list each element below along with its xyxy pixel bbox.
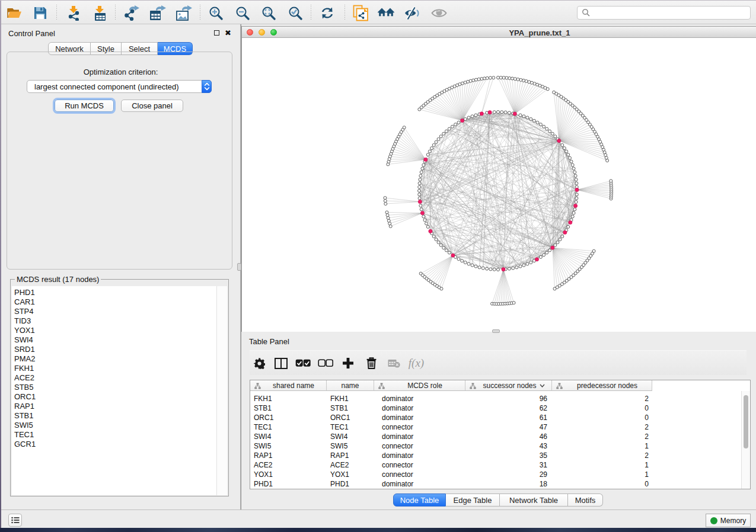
mcds-result-item[interactable]: PMA2 bbox=[12, 354, 218, 364]
table-cell: 0 bbox=[552, 404, 652, 412]
import-network-icon[interactable] bbox=[65, 5, 82, 21]
column-header-successor-nodes[interactable]: successor nodes bbox=[465, 380, 552, 391]
mcds-result-item[interactable]: ACE2 bbox=[12, 373, 218, 383]
column-header-MCDS-role[interactable]: MCDS role bbox=[374, 380, 465, 391]
table-cell: ORC1 bbox=[250, 414, 327, 422]
table-row[interactable]: STB1STB1dominator620 bbox=[250, 403, 746, 413]
search-field[interactable] bbox=[577, 6, 751, 20]
table-scrollbar[interactable] bbox=[741, 391, 750, 489]
table-row[interactable]: SWI4SWI4dominator462 bbox=[250, 432, 746, 441]
mcds-result-item[interactable]: ORC1 bbox=[12, 392, 218, 402]
table-cell: 47 bbox=[465, 423, 552, 431]
close-panel-icon[interactable]: ✖ bbox=[225, 30, 231, 36]
criterion-value: largest connected component (undirected) bbox=[27, 82, 202, 91]
table-cell: SWI5 bbox=[327, 442, 374, 450]
deselect-all-rows-icon[interactable] bbox=[318, 355, 333, 371]
open-session-icon[interactable] bbox=[6, 5, 23, 21]
table-settings-icon[interactable] bbox=[251, 355, 267, 371]
mcds-result-item[interactable]: CAR1 bbox=[12, 297, 218, 307]
table-cell: ORC1 bbox=[327, 414, 374, 422]
table-row[interactable]: YOX1YOX1connector291 bbox=[250, 470, 746, 479]
table-cell: dominator bbox=[374, 414, 465, 422]
table-row[interactable]: SWI5SWI5connector431 bbox=[250, 441, 746, 451]
control-panel-title: Control Panel bbox=[8, 29, 55, 38]
tab-network-table[interactable]: Network Table bbox=[500, 493, 568, 507]
table-cell: connector bbox=[374, 442, 465, 450]
close-window-icon[interactable] bbox=[247, 29, 253, 36]
table-row[interactable]: PHD1PHD1dominator180 bbox=[250, 479, 746, 489]
export-image-icon[interactable] bbox=[176, 5, 192, 21]
table-cell: dominator bbox=[374, 451, 465, 460]
close-panel-button[interactable]: Close panel bbox=[121, 100, 183, 112]
export-table-icon[interactable] bbox=[149, 5, 166, 21]
tab-motifs[interactable]: Motifs bbox=[568, 493, 603, 507]
table-cell: 2 bbox=[552, 395, 652, 403]
table-row[interactable]: ACE2ACE2connector311 bbox=[250, 460, 746, 470]
network-canvas[interactable] bbox=[242, 39, 756, 332]
toolbar-separator bbox=[344, 5, 345, 21]
table-row[interactable]: ORC1ORC1dominator610 bbox=[250, 413, 746, 422]
network-view-window: YPA_prune.txt_1 bbox=[241, 26, 756, 332]
table-scrollbar-thumb[interactable] bbox=[744, 395, 748, 448]
toolbar-separator bbox=[200, 5, 200, 21]
mcds-result-item[interactable]: RAP1 bbox=[12, 402, 218, 411]
column-header-shared-name[interactable]: shared name bbox=[250, 380, 327, 391]
show-panel-list-button[interactable] bbox=[8, 514, 22, 527]
zoom-out-icon[interactable] bbox=[234, 5, 251, 21]
table-cell: dominator bbox=[374, 395, 465, 403]
zoom-fit-icon[interactable] bbox=[260, 5, 277, 21]
table-row[interactable]: FKH1FKH1dominator962 bbox=[250, 394, 746, 403]
mcds-result-item[interactable]: STB1 bbox=[12, 411, 218, 421]
mcds-result-item[interactable]: SWI4 bbox=[12, 335, 218, 345]
search-input[interactable] bbox=[591, 8, 750, 18]
mcds-result-item[interactable]: TID3 bbox=[12, 316, 218, 326]
mcds-result-item[interactable]: YOX1 bbox=[12, 326, 218, 335]
table-row[interactable]: TEC1TEC1connector472 bbox=[250, 422, 746, 432]
zoom-selected-icon[interactable] bbox=[287, 5, 304, 21]
criterion-dropdown[interactable]: largest connected component (undirected) bbox=[27, 80, 212, 93]
first-neighbors-icon[interactable] bbox=[378, 5, 394, 21]
table-cell: PHD1 bbox=[327, 480, 374, 488]
mcds-result-item[interactable]: PHD1 bbox=[12, 288, 218, 297]
network-window-titlebar[interactable]: YPA_prune.txt_1 bbox=[242, 27, 756, 38]
show-column-panel-icon[interactable] bbox=[273, 355, 289, 371]
mcds-result-item[interactable]: SRD1 bbox=[12, 345, 218, 354]
mcds-result-item[interactable]: STP4 bbox=[12, 307, 218, 316]
save-session-icon[interactable] bbox=[32, 5, 49, 21]
refresh-icon[interactable] bbox=[319, 5, 336, 21]
zoom-in-icon[interactable] bbox=[208, 5, 224, 21]
column-header-predecessor-nodes[interactable]: predecessor nodes bbox=[552, 380, 652, 391]
select-all-rows-icon[interactable] bbox=[295, 355, 311, 371]
mcds-result-item[interactable]: TEC1 bbox=[12, 430, 218, 440]
mcds-result-item[interactable]: GCR1 bbox=[12, 440, 218, 449]
table-row[interactable]: RAP1RAP1dominator352 bbox=[250, 451, 746, 460]
tab-edge-table[interactable]: Edge Table bbox=[446, 493, 500, 507]
minimize-window-icon[interactable] bbox=[259, 29, 265, 36]
import-table-icon[interactable] bbox=[91, 5, 108, 21]
mcds-result-scrollbar[interactable] bbox=[216, 286, 227, 495]
table-cell: ACE2 bbox=[250, 461, 327, 469]
memory-button[interactable]: Memory bbox=[706, 514, 751, 527]
table-cell: 31 bbox=[465, 461, 552, 469]
hide-selected-icon[interactable] bbox=[404, 5, 420, 21]
table-header-row: shared namenameMCDS rolesuccessor nodesp… bbox=[250, 380, 652, 391]
show-all-icon[interactable] bbox=[430, 5, 447, 21]
list-icon bbox=[11, 517, 20, 524]
table-panel-title: Table Panel bbox=[249, 337, 289, 346]
horizontal-splitter-handle[interactable] bbox=[492, 329, 500, 333]
export-network-icon[interactable] bbox=[124, 5, 141, 21]
mcds-result-item[interactable]: SWI5 bbox=[12, 421, 218, 430]
delete-column-icon[interactable] bbox=[363, 355, 379, 371]
mcds-result-item[interactable]: FKH1 bbox=[12, 364, 218, 373]
mcds-result-list[interactable]: PHD1CAR1STP4TID3YOX1SWI4SRD1PMA2FKH1ACE2… bbox=[12, 286, 218, 495]
zoom-window-icon[interactable] bbox=[270, 29, 277, 36]
vertical-splitter-handle[interactable] bbox=[237, 263, 241, 271]
clone-network-icon[interactable] bbox=[352, 5, 369, 21]
mcds-result-item[interactable]: STB5 bbox=[12, 383, 218, 392]
tab-node-table[interactable]: Node Table bbox=[393, 493, 446, 507]
float-window-icon[interactable] bbox=[214, 30, 219, 36]
column-header-name[interactable]: name bbox=[327, 380, 374, 391]
run-mcds-button[interactable]: Run MCDS bbox=[55, 100, 114, 112]
table-cell: 35 bbox=[465, 451, 552, 460]
add-column-icon[interactable] bbox=[340, 355, 356, 371]
